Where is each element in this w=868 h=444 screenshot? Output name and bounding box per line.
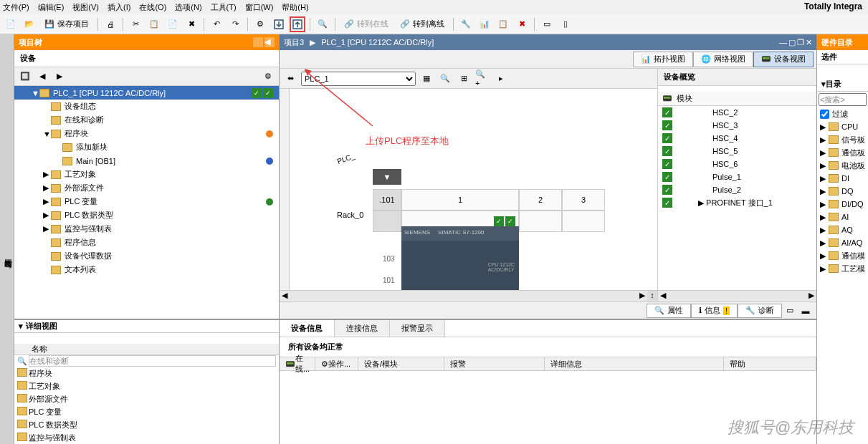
catalog-filter[interactable]: 过滤	[817, 107, 868, 120]
tree-item[interactable]: ▼程序块	[14, 127, 279, 140]
overview-row[interactable]: ✓HSC_4	[658, 132, 816, 145]
tab-device-info[interactable]: 设备信息	[280, 320, 335, 337]
device-canvas[interactable]: ⬌ PLC_1 ▦ 🔍 ⊞ 🔍+ ▸ 上传PLC程序至本地 PLC_ ▼	[280, 69, 657, 301]
detail-input-row[interactable]: 🔍	[14, 355, 279, 367]
tree-item[interactable]: 在线和诊断	[14, 113, 279, 127]
catalog-item[interactable]: ▶AI/AQ	[817, 236, 868, 249]
layout-icon-2[interactable]: ▯	[558, 16, 573, 32]
catalog-item[interactable]: ▶工艺模	[817, 262, 868, 275]
catalog-item[interactable]: ▶AQ	[817, 223, 868, 236]
rack-slot-1[interactable]: 1	[401, 189, 519, 211]
download-icon[interactable]	[271, 16, 287, 32]
menu-edit[interactable]: 编辑(E)	[38, 2, 65, 13]
breadcrumb-device[interactable]: PLC_1 [CPU 1212C AC/DC/Rly]	[321, 38, 434, 47]
canvas-hscroll[interactable]: ◀ ▶ ↕	[280, 290, 657, 301]
tab-topology[interactable]: 📊 拓扑视图	[633, 52, 693, 67]
paste-icon[interactable]: 📄	[165, 16, 181, 32]
tree-item[interactable]: ▶PLC 数据类型	[14, 208, 279, 222]
catalog-item[interactable]: ▶通信模	[817, 249, 868, 262]
detail-row[interactable]: 外部源文件	[14, 392, 279, 405]
tree-item[interactable]: 设备代理数据	[14, 249, 279, 263]
panel-pin-icon[interactable]	[253, 37, 263, 47]
new-project-icon[interactable]: 📄	[3, 16, 19, 32]
go-offline-button[interactable]: 🔗 转到离线	[396, 19, 449, 29]
overview-row[interactable]: ✓Pulse_1	[658, 170, 816, 183]
detail-search-input[interactable]	[29, 355, 276, 367]
menu-tools[interactable]: 工具(T)	[211, 2, 237, 13]
detail-row[interactable]: 程序块	[14, 367, 279, 380]
cut-icon[interactable]: ✂	[128, 16, 143, 32]
search-icon[interactable]: 🔍	[315, 16, 330, 32]
inspector-expand-icon[interactable]: ▬	[798, 303, 814, 319]
tree-item[interactable]: 程序信息	[14, 236, 279, 249]
detail-row[interactable]: PLC 数据类型	[14, 418, 279, 431]
tab-diagnostics[interactable]: 🔧 诊断	[738, 304, 782, 318]
detail-row[interactable]: 监控与强制表	[14, 431, 279, 444]
vertical-sidebar[interactable]: 设备与网络	[0, 34, 14, 444]
overview-row[interactable]: ✓HSC_3	[658, 119, 816, 132]
menu-insert[interactable]: 插入(I)	[108, 2, 130, 13]
tree-item[interactable]: 文本列表	[14, 263, 279, 276]
overview-row[interactable]: ✓HSC_6	[658, 158, 816, 170]
overview-hscroll[interactable]: ◀ ▶	[658, 290, 816, 301]
catalog-options[interactable]: 选件	[817, 50, 868, 64]
compile-icon[interactable]: ⚙	[252, 16, 268, 32]
upload-icon[interactable]	[290, 16, 305, 32]
tree-back-icon[interactable]: ◀	[34, 69, 50, 85]
panel-collapse-icon[interactable]: ◀	[264, 37, 275, 47]
tree-item[interactable]: 设备组态	[14, 100, 279, 113]
rack-slot-2[interactable]: 2	[519, 189, 562, 211]
window-close-icon[interactable]: ✕	[806, 38, 812, 47]
tab-conn-info[interactable]: 连接信息	[335, 320, 390, 337]
tool-icon-1[interactable]: 🔧	[458, 16, 474, 32]
catalog-item[interactable]: ▶电池板	[817, 159, 868, 172]
catalog-item[interactable]: ▶DI/DQ	[817, 198, 868, 211]
catalog-search-input[interactable]	[819, 93, 867, 106]
delete-icon[interactable]: ✖	[183, 16, 199, 32]
menu-online[interactable]: 在线(O)	[139, 2, 166, 13]
window-min-icon[interactable]: —	[779, 38, 787, 47]
menu-view[interactable]: 视图(V)	[72, 2, 99, 13]
tree-item[interactable]: ▶工艺对象	[14, 168, 279, 181]
catalog-item[interactable]: ▶AI	[817, 211, 868, 223]
tool-icon-3[interactable]: 📋	[495, 16, 511, 32]
tree-opt-icon[interactable]: ⚙	[260, 69, 276, 85]
project-tree[interactable]: ▼PLC_1 [CPU 1212C AC/DC/Rly]✓✓设备组态在线和诊断▼…	[14, 86, 279, 319]
tree-item[interactable]: Main [OB1]	[14, 154, 279, 168]
menu-help[interactable]: 帮助(H)	[282, 2, 308, 13]
detail-row[interactable]: PLC 变量	[14, 405, 279, 418]
catalog-item[interactable]: ▶DQ	[817, 185, 868, 198]
overview-row[interactable]: ✓▶ PROFINET 接口_1	[658, 196, 816, 209]
print-icon[interactable]: 🖨	[102, 16, 118, 32]
breadcrumb-project[interactable]: 项目3	[284, 37, 304, 48]
detail-row[interactable]: 工艺对象	[14, 380, 279, 392]
canvas-nav-icon[interactable]: ⬌	[282, 71, 298, 87]
tree-item[interactable]: ▶监控与强制表	[14, 222, 279, 236]
catalog-item[interactable]: ▶通信板	[817, 146, 868, 159]
undo-icon[interactable]: ↶	[209, 16, 224, 32]
tree-view-icon[interactable]: 🔲	[17, 69, 33, 85]
redo-icon[interactable]: ↷	[227, 16, 243, 32]
tree-item[interactable]: ▼PLC_1 [CPU 1212C AC/DC/Rly]✓✓	[14, 86, 279, 100]
tab-properties[interactable]: 🔍 属性	[647, 304, 691, 318]
tree-item[interactable]: ▶PLC 变量	[14, 195, 279, 208]
menu-file[interactable]: 文件(P)	[3, 2, 29, 13]
tab-alarm-display[interactable]: 报警显示	[390, 320, 445, 337]
filter-checkbox[interactable]	[820, 110, 829, 119]
menu-options[interactable]: 选项(N)	[175, 2, 201, 13]
rack-slot-3[interactable]: 3	[562, 189, 605, 211]
open-icon[interactable]: 📂	[22, 16, 37, 32]
stop-icon[interactable]: ✖	[514, 16, 530, 32]
tree-item[interactable]: 添加新块	[14, 140, 279, 154]
go-online-button[interactable]: 🔗 转到在线	[340, 19, 393, 29]
menu-window[interactable]: 窗口(W)	[245, 2, 274, 13]
tool-icon-2[interactable]: 📊	[477, 16, 492, 32]
tab-network[interactable]: 🌐 网络视图	[693, 52, 753, 67]
overview-row[interactable]: ✓HSC_5	[658, 145, 816, 158]
window-restore-icon[interactable]: ❐	[797, 38, 804, 47]
save-project-button[interactable]: 💾 保存项目	[40, 19, 93, 29]
overview-row[interactable]: ✓HSC_2	[658, 106, 816, 119]
rack-slot-101[interactable]: .101	[373, 189, 401, 211]
catalog-item[interactable]: ▶DI	[817, 172, 868, 185]
tree-item[interactable]: ▶外部源文件	[14, 181, 279, 195]
